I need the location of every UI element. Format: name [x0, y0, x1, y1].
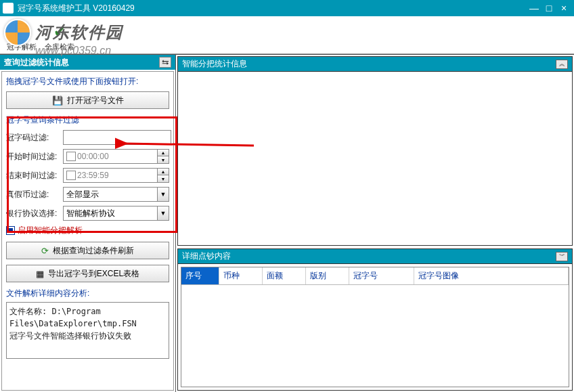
end-time-label: 结束时间过滤: — [6, 170, 63, 181]
enable-smart-checkbox[interactable]: 启用智能分把解析 — [6, 225, 169, 236]
maximize-button[interactable]: □ — [542, 2, 556, 14]
refresh-button[interactable]: ⟳ 根据查询过滤条件刷新 — [6, 242, 169, 259]
code-filter-input[interactable] — [63, 130, 171, 145]
truefalse-label: 真假币过滤: — [6, 189, 63, 200]
refresh-label: 根据查询过滤条件刷新 — [53, 245, 134, 257]
checkbox-icon — [6, 226, 15, 235]
refresh-icon: ⟳ — [41, 246, 49, 256]
minimize-button[interactable]: — — [527, 2, 542, 14]
end-time-spinner[interactable]: ▲▼ — [158, 168, 169, 183]
open-hint: 拖拽冠字号文件或使用下面按钮打开: — [6, 76, 169, 87]
detail-panel: 详细点钞内容 ︾ 序号 币种 面额 版别 冠字号 冠字号图像 — [177, 248, 573, 391]
col-seq[interactable]: 序号 — [181, 267, 219, 284]
smart-stats-panel: 智能分把统计信息 ︽ — [177, 56, 573, 246]
export-excel-button[interactable]: ▦ 导出冠字号到EXCEL表格 — [6, 265, 169, 282]
tool-parse[interactable]: 📄 冠字解析 — [3, 20, 41, 53]
window-title: 冠字号系统维护工具 V20160429 — [18, 3, 527, 14]
chevron-down-icon[interactable]: ▼ — [157, 206, 169, 221]
enable-smart-label: 启用智能分把解析 — [18, 225, 83, 236]
start-time-spinner[interactable]: ▲▼ — [158, 149, 169, 164]
left-panel: 查询过滤统计信息 ⮀ 拖拽冠字号文件或使用下面按钮打开: 💾 打开冠字号文件 冠… — [0, 55, 176, 392]
smart-stats-body — [178, 72, 572, 245]
check-icon: ✔ — [49, 22, 70, 42]
collapse-up-icon[interactable]: ︽ — [556, 60, 568, 69]
col-image[interactable]: 冠字号图像 — [414, 267, 569, 284]
col-version[interactable]: 版别 — [306, 267, 349, 284]
app-icon — [3, 3, 14, 14]
tool-search[interactable]: ✔ 全库检索 — [41, 20, 79, 53]
tool-search-label: 全库检索 — [45, 42, 74, 52]
left-panel-header: 查询过滤统计信息 ⮀ — [0, 55, 175, 70]
export-label: 导出冠字号到EXCEL表格 — [48, 268, 139, 280]
col-currency[interactable]: 币种 — [219, 267, 263, 284]
grid-icon: ▦ — [36, 269, 44, 279]
window-titlebar: 冠字号系统维护工具 V20160429 — □ × — [0, 0, 574, 16]
detail-title: 详细点钞内容 — [182, 251, 231, 262]
file-analysis-text: 文件名称: D:\Program Files\DataExplorer\tmp.… — [6, 302, 169, 359]
end-time-input[interactable]: 23:59:59 — [63, 168, 158, 183]
save-icon: 💾 — [52, 95, 63, 106]
tool-parse-label: 冠字解析 — [7, 42, 37, 52]
filter-section-title: 冠字号查询条件过滤 — [6, 114, 169, 126]
file-analysis-title: 文件解析详细内容分析: — [6, 288, 169, 299]
close-button[interactable]: × — [556, 2, 571, 14]
start-time-label: 开始时间过滤: — [6, 151, 63, 162]
truefalse-select[interactable]: 全部显示 — [63, 187, 157, 202]
col-denom[interactable]: 面额 — [263, 267, 306, 284]
detail-grid[interactable]: 序号 币种 面额 版别 冠字号 冠字号图像 — [181, 267, 569, 387]
chevron-down-icon[interactable]: ▼ — [157, 187, 169, 202]
code-filter-label: 冠字码过滤: — [6, 132, 63, 144]
left-panel-title: 查询过滤统计信息 — [4, 57, 69, 68]
start-time-input[interactable]: 00:00:00 — [63, 149, 158, 164]
document-icon: 📄 — [12, 22, 32, 42]
main-toolbar: 📄 冠字解析 ✔ 全库检索 — [0, 16, 574, 54]
bank-protocol-label: 银行协议选择: — [6, 208, 63, 219]
col-crown[interactable]: 冠字号 — [349, 267, 414, 284]
open-file-label: 打开冠字号文件 — [67, 95, 124, 106]
open-file-button[interactable]: 💾 打开冠字号文件 — [6, 91, 169, 109]
bank-protocol-select[interactable]: 智能解析协议 — [63, 206, 157, 221]
grid-header-row: 序号 币种 面额 版别 冠字号 冠字号图像 — [181, 267, 569, 285]
pin-icon[interactable]: ⮀ — [159, 57, 171, 68]
collapse-down-icon[interactable]: ︾ — [556, 252, 568, 261]
smart-stats-title: 智能分把统计信息 — [182, 58, 247, 70]
